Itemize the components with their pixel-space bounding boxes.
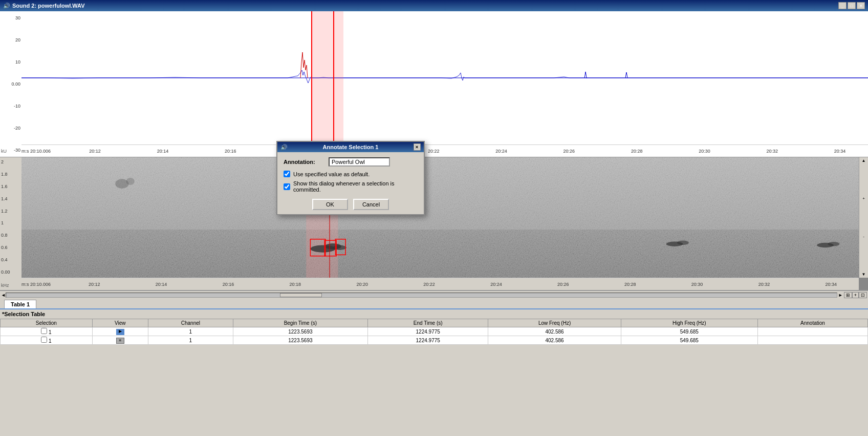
cancel-button[interactable]: Cancel <box>353 199 389 210</box>
cell-selection: 1 <box>1 327 93 336</box>
spec-time-4: 20:18 <box>290 282 301 287</box>
waveform-area: 30 20 10 0.00 -10 -20 -30 kU m:s <box>0 11 868 157</box>
scroll-zoom-fit[interactable]: ⊞ <box>844 292 852 298</box>
spec-time-12: 20:34 <box>826 282 837 287</box>
row-checkbox[interactable] <box>41 337 47 343</box>
cell-end-time: 1224.9775 <box>368 336 488 345</box>
annotation-row: Annotation: <box>284 157 418 167</box>
scroll-up-arrow[interactable]: ▲ <box>862 158 866 163</box>
main-container: 30 20 10 0.00 -10 -20 -30 kU m:s <box>0 11 868 436</box>
y-label-30: 30 <box>1 15 20 20</box>
time-label-11: 20:32 <box>767 149 778 154</box>
scroll-zoom-in[interactable]: + <box>852 292 859 298</box>
waveform-view-icon: ▶ <box>116 329 124 335</box>
cell-annotation <box>757 336 867 345</box>
spectrogram-area: 2 1.8 1.6 1.4 1.2 1 0.8 0.6 0.4 0.00 kHz <box>0 157 868 290</box>
show-dialog-checkbox[interactable] <box>284 183 290 190</box>
col-channel: Channel <box>148 319 233 327</box>
scroll-down-arrow[interactable]: ▼ <box>862 272 866 277</box>
checkbox1-row: Use specified value as default. <box>284 171 418 177</box>
col-end-time: End Time (s) <box>368 319 488 327</box>
time-label-10: 20:30 <box>699 149 710 154</box>
time-label-8: 20:26 <box>563 149 575 154</box>
selection-table: Selection View Channel Begin Time (s) En… <box>0 319 868 345</box>
scroll-zoom-out[interactable]: ⊡ <box>859 292 867 298</box>
cell-view: ▶ <box>92 327 148 336</box>
scroll-plus[interactable]: + <box>862 196 865 201</box>
col-annotation: Annotation <box>757 319 867 327</box>
spec-y-1: 1 <box>1 220 20 225</box>
ok-button[interactable]: OK <box>312 199 348 210</box>
time-label-1: 20:12 <box>89 149 101 154</box>
spec-time-7: 20:24 <box>490 282 502 287</box>
col-high-freq: High Freq (Hz) <box>621 319 757 327</box>
khz-label: kHz <box>1 283 20 288</box>
scroll-left-arrow[interactable]: ◄ <box>1 293 6 298</box>
scroll-right-arrow[interactable]: ► <box>838 293 843 298</box>
svg-point-10 <box>828 242 839 246</box>
dialog-title-icon: 🔊 <box>280 144 288 151</box>
time-label-2: 20:14 <box>157 149 169 154</box>
cell-high-freq: 549.685 <box>621 327 757 336</box>
checkbox2-row: Show this dialog whenever a selection is… <box>284 180 418 193</box>
table-tab-1[interactable]: Table 1 <box>4 300 36 308</box>
spectrogram-view-icon: ≡ <box>116 338 124 344</box>
dialog-body: Annotation: Use specified value as defau… <box>277 152 424 214</box>
spectrogram-svg <box>21 157 859 278</box>
use-default-checkbox[interactable] <box>284 171 290 177</box>
svg-point-6 <box>333 245 346 250</box>
annotation-input[interactable] <box>329 157 390 167</box>
row-checkbox[interactable] <box>41 328 47 334</box>
cell-annotation <box>757 327 867 336</box>
spec-y-14: 1.4 <box>1 196 20 201</box>
selection-highlight <box>311 11 343 144</box>
spec-time-9: 20:28 <box>624 282 636 287</box>
scroll-minus[interactable]: - <box>863 234 864 239</box>
time-label-12: 20:34 <box>834 149 846 154</box>
table-area: Table 1 *Selection Table Selection View … <box>0 299 868 436</box>
y-label-neg20: -20 <box>1 126 20 131</box>
horizontal-scrollbar[interactable]: ◄ ► ⊞ + ⊡ <box>0 290 868 299</box>
dialog-title-text: Annotate Selection 1 <box>323 144 379 150</box>
cell-high-freq: 549.685 <box>621 336 757 345</box>
spec-y-04: 0.4 <box>1 257 20 262</box>
spec-time-10: 20:30 <box>691 282 703 287</box>
scrollbar-thumb[interactable] <box>280 293 321 297</box>
scrollbar-track[interactable] <box>6 293 837 298</box>
spec-time-3: 20:16 <box>223 282 234 287</box>
cursor-line <box>333 11 334 144</box>
show-dialog-label: Show this dialog whenever a selection is… <box>293 180 418 193</box>
spec-y-18: 1.8 <box>1 172 20 177</box>
spec-y-06: 0.6 <box>1 245 20 250</box>
minimize-button[interactable]: _ <box>838 2 847 9</box>
cell-channel: 1 <box>148 336 233 345</box>
svg-point-16 <box>126 178 135 185</box>
spec-y-00: 0.00 <box>1 269 20 275</box>
waveform-time-axis: m:s 20:10.006 20:12 20:14 20:16 20:18 20… <box>21 144 868 157</box>
cell-end-time: 1224.9775 <box>368 327 488 336</box>
spec-time-5: 20:20 <box>356 282 368 287</box>
time-label-9: 20:28 <box>631 149 643 154</box>
side-scrollbar[interactable]: ▲ + - ▼ <box>859 157 868 278</box>
col-selection: Selection <box>1 319 93 327</box>
dialog-title-bar: 🔊 Annotate Selection 1 ✕ <box>277 142 424 152</box>
close-button[interactable]: ✕ <box>857 2 865 9</box>
spectrogram-bg: 1 <box>21 157 859 278</box>
y-label-20: 20 <box>1 37 20 43</box>
y-label-10: 10 <box>1 59 20 65</box>
annotate-dialog: 🔊 Annotate Selection 1 ✕ Annotation: Use… <box>276 141 425 215</box>
spec-y-08: 0.8 <box>1 233 20 238</box>
dialog-close-button[interactable]: ✕ <box>414 143 421 151</box>
spec-time-8: 20:26 <box>557 282 569 287</box>
time-label-7: 20:24 <box>495 149 507 154</box>
table-tab-bar: Table 1 <box>0 299 868 309</box>
spec-time-11: 20:32 <box>758 282 770 287</box>
table-title: *Selection Table <box>0 309 868 319</box>
title-bar: 🔊 Sound 2: powerfulowl.WAV _ □ ✕ <box>0 0 868 11</box>
dialog-buttons: OK Cancel <box>284 199 418 210</box>
spec-y-2: 2 <box>1 159 20 164</box>
maximize-button[interactable]: □ <box>848 2 856 9</box>
time-label-6: 20:22 <box>428 149 440 154</box>
spec-time-0: m:s 20:10.006 <box>21 282 51 287</box>
spectrogram-time-axis: m:s 20:10.006 20:12 20:14 20:16 20:18 20… <box>21 278 859 290</box>
